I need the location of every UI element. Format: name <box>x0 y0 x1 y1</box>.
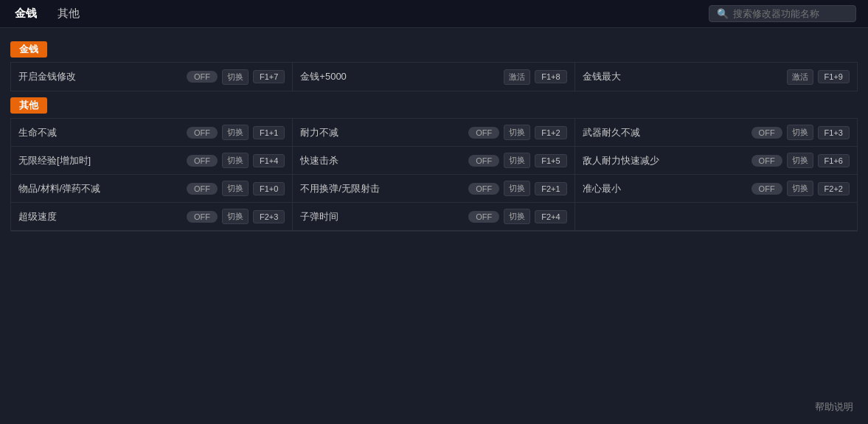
feature-cell: 金钱最大激活F1+9 <box>575 63 857 91</box>
hotkey-display: F1+3 <box>818 126 850 139</box>
top-nav: 金钱 其他 🔍 <box>0 0 868 28</box>
feature-name: 子弹时间 <box>300 210 464 223</box>
action-button[interactable]: 切换 <box>222 125 249 140</box>
toggle-button[interactable]: OFF <box>751 183 782 195</box>
feature-cell <box>575 203 857 231</box>
toggle-button[interactable]: OFF <box>468 127 499 139</box>
feature-cell: 准心最小OFF切换F2+2 <box>575 175 857 203</box>
feature-name: 准心最小 <box>583 182 747 195</box>
feature-name: 开启金钱修改 <box>18 70 182 83</box>
hotkey-display: F1+1 <box>253 126 285 139</box>
action-button[interactable]: 切换 <box>504 153 530 168</box>
feature-name: 快速击杀 <box>300 154 464 167</box>
hotkey-display: F2+2 <box>818 182 850 195</box>
toggle-button[interactable]: OFF <box>187 183 218 195</box>
money-feature-grid: 开启金钱修改OFF切换F1+7金钱+5000激活F1+8金钱最大激活F1+9 <box>10 62 858 91</box>
toggle-button[interactable]: OFF <box>468 155 499 167</box>
hotkey-display: F1+8 <box>535 70 566 83</box>
action-button[interactable]: 切换 <box>787 153 813 168</box>
feature-cell: 耐力不减OFF切换F1+2 <box>293 119 574 147</box>
feature-name: 金钱+5000 <box>300 70 499 83</box>
action-button[interactable]: 激活 <box>504 69 530 85</box>
hotkey-display: F1+5 <box>535 154 566 167</box>
hotkey-display: F1+2 <box>535 126 566 139</box>
action-button[interactable]: 切换 <box>787 181 813 196</box>
feature-name: 金钱最大 <box>583 70 782 83</box>
action-button[interactable]: 切换 <box>222 209 249 224</box>
action-button[interactable]: 激活 <box>787 69 813 85</box>
feature-name: 耐力不减 <box>300 126 464 139</box>
feature-cell: 金钱+5000激活F1+8 <box>293 63 574 91</box>
toggle-button[interactable]: OFF <box>751 127 782 139</box>
hotkey-display: F2+3 <box>253 210 285 223</box>
toggle-button[interactable]: OFF <box>187 127 218 139</box>
feature-cell: 超级速度OFF切换F2+3 <box>11 203 293 231</box>
action-button[interactable]: 切换 <box>222 181 249 196</box>
action-button[interactable]: 切换 <box>787 125 813 140</box>
other-badge: 其他 <box>10 97 47 114</box>
hotkey-display: F1+0 <box>253 182 285 195</box>
toggle-button[interactable]: OFF <box>751 155 782 167</box>
other-section-header: 其他 <box>10 97 858 118</box>
toggle-button[interactable]: OFF <box>187 71 218 83</box>
toggle-button[interactable]: OFF <box>187 211 218 223</box>
money-section-header: 金钱 <box>10 41 858 62</box>
hotkey-display: F1+7 <box>253 70 285 83</box>
nav-item-other[interactable]: 其他 <box>55 5 83 22</box>
search-input[interactable] <box>733 8 848 19</box>
feature-cell: 敌人耐力快速减少OFF切换F1+6 <box>575 147 857 175</box>
action-button[interactable]: 切换 <box>222 153 249 168</box>
feature-name: 不用换弹/无限射击 <box>300 182 464 195</box>
action-button[interactable]: 切换 <box>504 181 530 196</box>
feature-cell: 快速击杀OFF切换F1+5 <box>293 147 574 175</box>
toggle-button[interactable]: OFF <box>468 211 499 223</box>
feature-cell: 武器耐久不减OFF切换F1+3 <box>575 119 857 147</box>
feature-cell: 子弹时间OFF切换F2+4 <box>293 203 574 231</box>
feature-name: 敌人耐力快速减少 <box>583 154 747 167</box>
hotkey-display: F1+9 <box>818 70 850 83</box>
toggle-button[interactable]: OFF <box>468 183 499 195</box>
feature-name: 武器耐久不减 <box>583 126 747 139</box>
action-button[interactable]: 切换 <box>504 125 530 140</box>
hotkey-display: F1+4 <box>253 154 285 167</box>
feature-cell: 物品/材料/弹药不减OFF切换F1+0 <box>11 175 293 203</box>
toggle-button[interactable]: OFF <box>187 155 218 167</box>
feature-cell: 开启金钱修改OFF切换F1+7 <box>11 63 293 91</box>
hotkey-display: F2+1 <box>535 182 566 195</box>
action-button[interactable]: 切换 <box>504 209 530 224</box>
hotkey-display: F1+6 <box>818 154 850 167</box>
other-feature-grid: 生命不减OFF切换F1+1耐力不减OFF切换F1+2武器耐久不减OFF切换F1+… <box>10 118 858 232</box>
feature-cell: 不用换弹/无限射击OFF切换F2+1 <box>293 175 574 203</box>
feature-name: 无限经验[增加时] <box>18 154 182 167</box>
hotkey-display: F2+4 <box>535 210 566 223</box>
money-badge: 金钱 <box>10 41 47 58</box>
feature-name: 生命不减 <box>18 126 182 139</box>
action-button[interactable]: 切换 <box>222 69 249 85</box>
nav-item-money[interactable]: 金钱 <box>12 5 40 22</box>
feature-name: 物品/材料/弹药不减 <box>18 182 182 195</box>
feature-cell: 生命不减OFF切换F1+1 <box>11 119 293 147</box>
feature-name: 超级速度 <box>18 210 182 223</box>
search-box: 🔍 <box>709 5 856 22</box>
main-content: 金钱 开启金钱修改OFF切换F1+7金钱+5000激活F1+8金钱最大激活F1+… <box>0 28 868 239</box>
search-icon: 🔍 <box>717 8 729 19</box>
feature-cell: 无限经验[增加时]OFF切换F1+4 <box>11 147 293 175</box>
help-text: 帮助说明 <box>815 400 853 414</box>
